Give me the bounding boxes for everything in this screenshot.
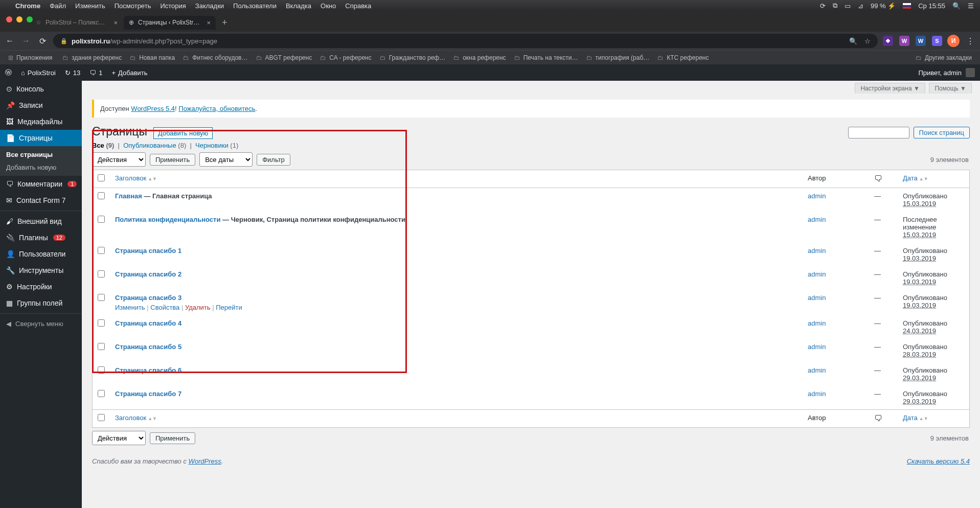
bookmark-item[interactable]: 🗀 Новая папка: [126, 53, 179, 62]
sidebar-item[interactable]: ⊙ Консоль: [0, 81, 82, 97]
apply-bulk-button-bottom[interactable]: Применить: [150, 432, 195, 444]
wifi-icon[interactable]: ⊿: [858, 2, 863, 10]
quick-edit-link[interactable]: Свойства: [150, 304, 179, 311]
select-all-checkbox-footer[interactable]: [98, 414, 105, 421]
row-checkbox[interactable]: [98, 366, 105, 374]
download-version-link[interactable]: Скачать версию 5.4: [907, 457, 970, 465]
row-checkbox[interactable]: [98, 247, 105, 254]
page-title-link[interactable]: Страница спасибо 6: [115, 366, 181, 374]
page-title-link[interactable]: Страница спасибо 5: [115, 343, 181, 351]
bookmark-item[interactable]: 🗀 типография (раб…: [582, 53, 654, 62]
trash-link[interactable]: Удалить: [185, 304, 211, 311]
browser-tab[interactable]: ☆ PolixStroi – Поликс Строй – с… ×: [31, 16, 123, 30]
sidebar-item[interactable]: ✉ Contact Form 7: [0, 192, 82, 209]
apply-bulk-button[interactable]: Применить: [150, 154, 195, 166]
airplay-icon[interactable]: ▭: [845, 2, 851, 10]
col-title[interactable]: Заголовок▲▼: [110, 170, 803, 188]
flag-icon[interactable]: [903, 3, 911, 9]
extension-icon[interactable]: W: [899, 36, 909, 46]
author-link[interactable]: admin: [808, 270, 826, 278]
wp-version-link[interactable]: WordPress 5.4: [131, 105, 175, 112]
search-pages-input[interactable]: [848, 127, 909, 138]
filter-drafts[interactable]: Черновики: [195, 142, 229, 149]
col-title-footer[interactable]: Заголовок▲▼: [110, 409, 803, 427]
extension-icon[interactable]: W: [916, 36, 926, 46]
browser-tab[interactable]: ⊕ Страницы ‹ PolixStroi — Word… ×: [124, 16, 216, 30]
select-all-checkbox[interactable]: [98, 174, 105, 181]
date-filter-select[interactable]: Все даты: [199, 152, 253, 167]
new-tab-button[interactable]: +: [217, 17, 233, 28]
col-author[interactable]: Автор: [803, 170, 869, 188]
extension-icon[interactable]: ❖: [883, 36, 893, 46]
col-date-footer[interactable]: Дата▲▼: [898, 409, 969, 427]
macos-menu-item[interactable]: Закладки: [195, 2, 224, 10]
add-new-link[interactable]: + Добавить: [111, 69, 147, 77]
collapse-menu[interactable]: ◀ Свернуть меню: [0, 316, 82, 332]
bookmark-item[interactable]: 🗀 окна референс: [449, 53, 510, 62]
macos-menu-item[interactable]: Вкладка: [286, 2, 311, 10]
page-title-link[interactable]: Страница спасибо 1: [115, 247, 181, 255]
kebab-menu-icon[interactable]: ⋮: [965, 36, 976, 46]
view-link[interactable]: Перейти: [216, 304, 242, 311]
menu-icon[interactable]: ☰: [968, 2, 974, 10]
back-button[interactable]: ←: [4, 36, 15, 45]
macos-menu-item[interactable]: История: [160, 2, 186, 10]
comments-link[interactable]: 🗨 1: [89, 69, 102, 77]
macos-menu-item[interactable]: Справка: [345, 2, 371, 10]
wp-logo[interactable]: ⓦ: [5, 68, 12, 77]
sidebar-item[interactable]: 🔧 Инструменты: [0, 262, 82, 279]
author-link[interactable]: admin: [808, 192, 826, 200]
screen-options-tab[interactable]: Настройки экрана ▼: [855, 83, 925, 94]
page-title-link[interactable]: Главная: [115, 192, 142, 200]
page-title-link[interactable]: Страница спасибо 3: [115, 294, 181, 302]
author-link[interactable]: admin: [808, 390, 826, 398]
sidebar-item[interactable]: 🗨 Комментарии1: [0, 176, 82, 192]
updates-link[interactable]: ↻ 13: [65, 69, 80, 77]
add-new-page-button[interactable]: Добавить новую: [153, 127, 213, 139]
spotlight-icon[interactable]: 🔍: [952, 2, 961, 10]
reload-button[interactable]: ⟳: [37, 36, 48, 46]
close-window-icon[interactable]: [6, 16, 12, 22]
col-date[interactable]: Дата▲▼: [898, 170, 969, 188]
site-name-link[interactable]: ⌂ PolixStroi: [21, 69, 56, 77]
bulk-actions-select-bottom[interactable]: Действия: [92, 431, 146, 445]
sidebar-item[interactable]: 🖼 Медиафайлы: [0, 113, 82, 130]
col-author-footer[interactable]: Автор: [803, 409, 869, 427]
author-link[interactable]: admin: [808, 294, 826, 302]
macos-menu-item[interactable]: Окно: [321, 2, 336, 10]
wordpress-link[interactable]: WordPress: [189, 457, 221, 465]
search-icon[interactable]: 🔍: [849, 37, 857, 45]
bulk-actions-select[interactable]: Действия: [92, 152, 146, 167]
help-tab[interactable]: Помощь ▼: [929, 83, 972, 94]
sidebar-item[interactable]: 🖌 Внешний вид: [0, 213, 82, 229]
bookmark-item[interactable]: 🗀 Печать на тексти…: [510, 53, 582, 62]
screen-share-icon[interactable]: ⧉: [833, 2, 837, 10]
sidebar-item[interactable]: 👤 Пользователи: [0, 246, 82, 262]
row-checkbox[interactable]: [98, 319, 105, 327]
edit-link[interactable]: Изменить: [115, 304, 145, 311]
filter-all[interactable]: Все (9): [92, 142, 114, 149]
search-pages-button[interactable]: Поиск страниц: [914, 127, 970, 138]
clock[interactable]: Ср 15:55: [918, 2, 945, 10]
author-link[interactable]: admin: [808, 216, 826, 223]
bookmark-item[interactable]: 🗀 Гражданство реф…: [376, 53, 449, 62]
col-comments-footer[interactable]: 🗨: [869, 409, 898, 427]
bookmark-item[interactable]: 🗀 Фитнес оборудов…: [179, 53, 252, 62]
other-bookmarks[interactable]: 🗀 Другие закладки: [911, 53, 976, 62]
address-bar[interactable]: 🔒 polixstroi.ru/wp-admin/edit.php?post_t…: [53, 34, 878, 48]
sidebar-item[interactable]: 🔌 Плагины12: [0, 229, 82, 246]
star-icon[interactable]: ☆: [864, 37, 871, 45]
extension-icon[interactable]: S: [932, 36, 942, 46]
update-link[interactable]: Пожалуйста, обновитесь: [178, 105, 255, 112]
minimize-window-icon[interactable]: [16, 16, 22, 22]
sidebar-subitem[interactable]: Все страницы: [0, 148, 82, 161]
author-link[interactable]: admin: [808, 247, 826, 255]
bookmark-item[interactable]: 🗀 ABGT референс: [252, 53, 316, 62]
sidebar-subitem[interactable]: Добавить новую: [0, 161, 82, 174]
app-name[interactable]: Chrome: [15, 2, 40, 10]
forward-button[interactable]: →: [20, 36, 32, 45]
macos-menu-item[interactable]: Изменить: [75, 2, 105, 10]
row-checkbox[interactable]: [98, 294, 105, 301]
sidebar-item[interactable]: 📌 Записи: [0, 97, 82, 113]
sidebar-item[interactable]: ⚙ Настройки: [0, 279, 82, 295]
